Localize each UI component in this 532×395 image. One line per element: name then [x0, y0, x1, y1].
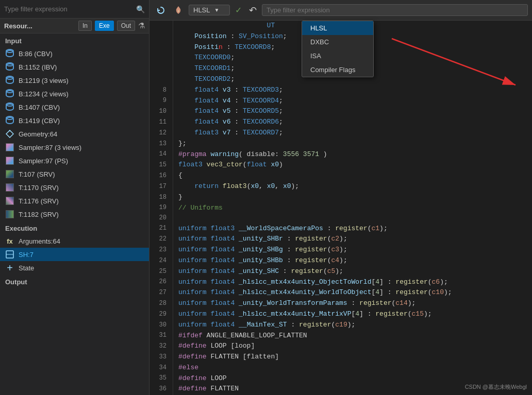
list-item[interactable]: T:1170 (SRV) [0, 181, 149, 194]
language-selector: HLSL ▼ [189, 5, 230, 15]
code-row: 20 [149, 213, 532, 223]
reload-button[interactable] [154, 3, 168, 18]
code-row: 14 #pragma warning( disable: 3556 3571 ) [149, 149, 532, 160]
language-dropdown: HLSL DXBC ISA Compiler Flags [302, 21, 374, 77]
sampler-icon [5, 143, 14, 152]
right-toolbar: HLSL ▼ ✓ ↶ [149, 0, 532, 21]
code-row: 24 uniform float4 _unity_SHBb : register… [149, 255, 532, 266]
list-item[interactable]: Sampler:97 (PS) [0, 154, 149, 167]
list-item[interactable]: Geometry:64 [0, 127, 149, 141]
list-item[interactable]: B:86 (CBV) [0, 47, 149, 60]
texture-icon [5, 169, 14, 179]
shader-icon [5, 250, 14, 259]
dropdown-item-compiler-flags[interactable]: Compiler Flags [302, 63, 373, 77]
geometry-icon [5, 129, 14, 139]
buffer-icon [5, 62, 14, 72]
texture-icon [5, 210, 14, 219]
svg-marker-0 [6, 130, 13, 138]
list-item[interactable]: B:1219 (3 views) [0, 74, 149, 87]
resources-title: Resour... [4, 22, 75, 30]
code-row: 28 uniform float4 _unity_WorldTransformP… [149, 298, 532, 309]
code-row: 16 { [149, 170, 532, 181]
right-panel: HLSL ▼ ✓ ↶ HLSL DXBC ISA Compiler Flags [149, 0, 532, 395]
list-item-sh7[interactable]: SH:7 [0, 248, 149, 261]
code-row: 27 uniform float4 _hlslcc_mtx4x4unity_Wo… [149, 287, 532, 298]
left-search-icon: 🔍 [136, 5, 145, 13]
list-item[interactable]: B:1152 (IBV) [0, 60, 149, 74]
dropdown-item-hlsl[interactable]: HLSL [302, 21, 373, 35]
dropdown-item-dxbc[interactable]: DXBC [302, 35, 373, 49]
code-row: 11 float4 v6 : TEXCOORD6; [149, 117, 532, 128]
code-row: 29 uniform float4 _hlslcc_mtx4x4unity_Ma… [149, 309, 532, 320]
code-row: 8 float4 v3 : TEXCOORD3; [149, 85, 532, 96]
section-output: Output [0, 274, 149, 288]
resource-list: Input B:86 (CBV) B:1152 (IBV) B:1219 (3 … [0, 33, 149, 395]
buffer-icon [5, 116, 14, 125]
sampler-icon [5, 156, 14, 165]
resources-header: Resour... In Exe Out ⚗ [0, 19, 149, 33]
code-row: 13 }; [149, 139, 532, 149]
flame-button[interactable] [171, 3, 186, 18]
filter-icon[interactable]: ⚗ [138, 21, 145, 30]
tab-exe[interactable]: Exe [95, 21, 114, 31]
code-row: 35 #define LOOP [149, 373, 532, 384]
code-row: 19 // Uniforms [149, 203, 532, 214]
list-item-state[interactable]: + State [0, 261, 149, 274]
list-item[interactable]: T:1176 (SRV) [0, 194, 149, 208]
code-row: 31 #ifdef ANGLE_ENABLE_LOOP_FLATTEN [149, 331, 532, 341]
list-item[interactable]: B:1234 (2 views) [0, 87, 149, 100]
code-row: 17 return float3(x0, x0, x0); [149, 181, 532, 192]
lang-current-value: HLSL [193, 6, 210, 14]
lang-select-button[interactable]: HLSL ▼ [189, 5, 230, 15]
code-row: 33 #define FLATTEN [flatten] [149, 352, 532, 363]
code-row: 30 uniform float4 __MainTex_ST : registe… [149, 320, 532, 331]
code-row: 32 #define LOOP [loop] [149, 341, 532, 352]
tab-out[interactable]: Out [117, 21, 135, 31]
left-search-input[interactable] [4, 5, 136, 13]
texture-icon [5, 183, 14, 192]
section-input: Input [0, 33, 149, 47]
list-item[interactable]: Sampler:87 (3 views) [0, 141, 149, 154]
code-row: 9 float4 v4 : TEXCOORD4; [149, 96, 532, 107]
texture-icon [5, 196, 14, 205]
code-row: 21 uniform float3 __WorldSpaceCameraPos … [149, 224, 532, 234]
code-row: 15 float3 vec3_ctor(float x0) [149, 160, 532, 170]
left-search-bar: 🔍 [0, 0, 149, 19]
undo-button[interactable]: ↶ [247, 5, 259, 16]
list-item[interactable]: B:1407 (CBV) [0, 100, 149, 114]
buffer-icon [5, 76, 14, 85]
code-row: 10 float4 v5 : TEXCOORD5; [149, 106, 532, 117]
fx-icon: fx [5, 236, 14, 246]
list-item[interactable]: T:107 (SRV) [0, 167, 149, 181]
code-row: 18 } [149, 192, 532, 203]
code-row: 34 #else [149, 363, 532, 373]
code-row: 12 float3 v7 : TEXCOORD7; [149, 128, 532, 139]
check-button[interactable]: ✓ [233, 5, 244, 15]
list-item[interactable]: T:1182 (SRV) [0, 208, 149, 221]
buffer-icon [5, 102, 14, 112]
code-row: 22 uniform float4 _unity_SHBr : register… [149, 234, 532, 245]
section-execution: Execution [0, 221, 149, 234]
list-item[interactable]: B:1419 (CBV) [0, 114, 149, 127]
list-item-arguments[interactable]: fx Arguments:64 [0, 234, 149, 248]
dropdown-item-isa[interactable]: ISA [302, 49, 373, 63]
buffer-icon [5, 89, 14, 98]
code-row: 23 uniform float4 _unity_SHBg : register… [149, 245, 532, 255]
buffer-icon [5, 49, 14, 58]
code-row: 25 uniform float4 _unity_SHC : register(… [149, 266, 532, 277]
tab-in[interactable]: In [78, 21, 92, 31]
right-filter-input[interactable] [262, 4, 528, 16]
code-row: 36 #define FLATTEN [149, 384, 532, 394]
state-icon: + [5, 263, 14, 272]
code-row: 26 uniform float4 _hlslcc_mtx4x4unity_Ob… [149, 277, 532, 288]
left-panel: 🔍 Resour... In Exe Out ⚗ Input B:86 (CBV… [0, 0, 149, 395]
chevron-down-icon: ▼ [214, 7, 220, 13]
